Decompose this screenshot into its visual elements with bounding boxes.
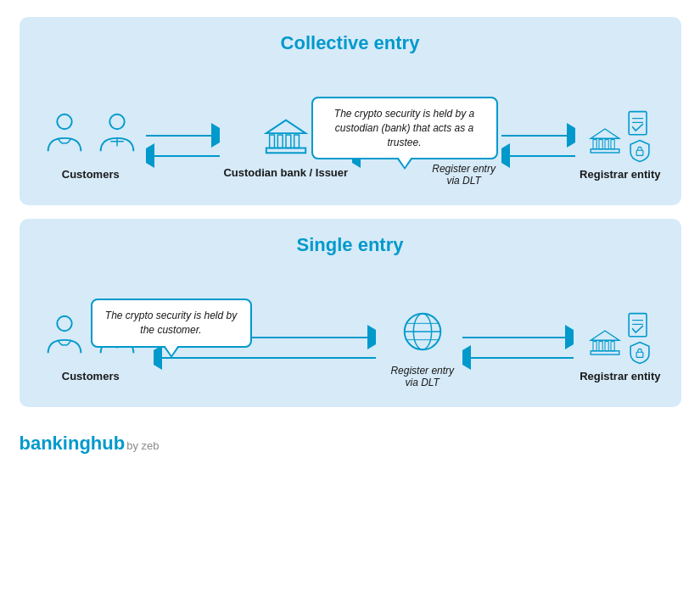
single-panel: Single entry The crypto security is held… [20, 219, 681, 407]
arrow-customers-custodian [142, 128, 224, 164]
svg-marker-40 [591, 331, 619, 340]
shield-lock-icon [628, 139, 652, 163]
svg-rect-17 [593, 139, 596, 148]
single-registrar-label: Registrar entity [580, 370, 660, 384]
svg-rect-18 [599, 139, 602, 148]
registrar-doc-shield [626, 110, 653, 163]
single-registrar-node: Registrar entity [580, 312, 660, 384]
svg-rect-8 [294, 135, 299, 148]
single-document-check-icon [626, 312, 653, 339]
single-globe-icon [398, 307, 447, 356]
svg-rect-7 [286, 135, 291, 148]
svg-rect-20 [611, 139, 614, 148]
customer-icon-1 [40, 110, 89, 159]
single-customers-label: Customers [62, 370, 120, 384]
svg-rect-4 [266, 148, 305, 153]
svg-rect-41 [629, 313, 647, 336]
single-bubble: The crypto security is held by the custo… [91, 299, 252, 348]
branding: bankinghub by zeb [20, 433, 160, 455]
svg-rect-16 [591, 148, 619, 152]
svg-rect-25 [636, 150, 643, 155]
arrow-globe-registrar [498, 128, 580, 164]
single-dlt-label: Register entry via DLT [390, 365, 454, 388]
svg-marker-21 [591, 129, 619, 138]
custodian-label: Custodian bank / Issuer [223, 166, 348, 181]
svg-rect-37 [599, 341, 602, 350]
dlt-label: Register entry via DLT [432, 163, 496, 187]
registrar-label: Registrar entity [580, 168, 660, 182]
single-shield-lock-icon [628, 341, 652, 365]
svg-rect-19 [605, 139, 608, 148]
svg-point-1 [109, 114, 124, 128]
single-title: Single entry [40, 234, 661, 256]
registrar-building-icon [587, 119, 623, 163]
customers-label: Customers [62, 168, 120, 182]
svg-rect-44 [636, 352, 643, 357]
single-registrar-doc-shield [626, 312, 653, 365]
customer-figures [40, 110, 142, 163]
brand-main: bankinghub [20, 433, 126, 455]
customers-node: Customers [40, 110, 142, 182]
diagram-container: Collective entry The crypto security is … [20, 17, 681, 455]
svg-point-26 [57, 315, 71, 330]
svg-rect-6 [277, 135, 283, 148]
arrow-single-globe-registrar [456, 330, 580, 366]
customer-icon-2 [92, 110, 142, 159]
registrar-node: Registrar entity [580, 110, 660, 182]
svg-rect-22 [629, 111, 647, 134]
svg-rect-5 [269, 135, 274, 148]
single-registrar-building-icon [587, 321, 623, 365]
svg-rect-39 [611, 341, 614, 350]
svg-point-0 [57, 114, 71, 128]
single-customer-icon-1 [40, 312, 89, 361]
svg-rect-35 [591, 350, 619, 354]
collective-panel: Collective entry The crypto security is … [20, 17, 681, 205]
svg-rect-38 [605, 341, 608, 350]
bank-building-icon [261, 112, 311, 161]
single-dlt-node: Register entry via DLT [389, 307, 456, 388]
svg-rect-36 [593, 341, 596, 350]
collective-title: Collective entry [40, 32, 661, 54]
collective-bubble: The crypto security is held by a custodi… [311, 97, 498, 159]
svg-marker-9 [266, 120, 305, 132]
document-check-icon [626, 110, 653, 137]
brand-sub: by zeb [126, 439, 159, 452]
